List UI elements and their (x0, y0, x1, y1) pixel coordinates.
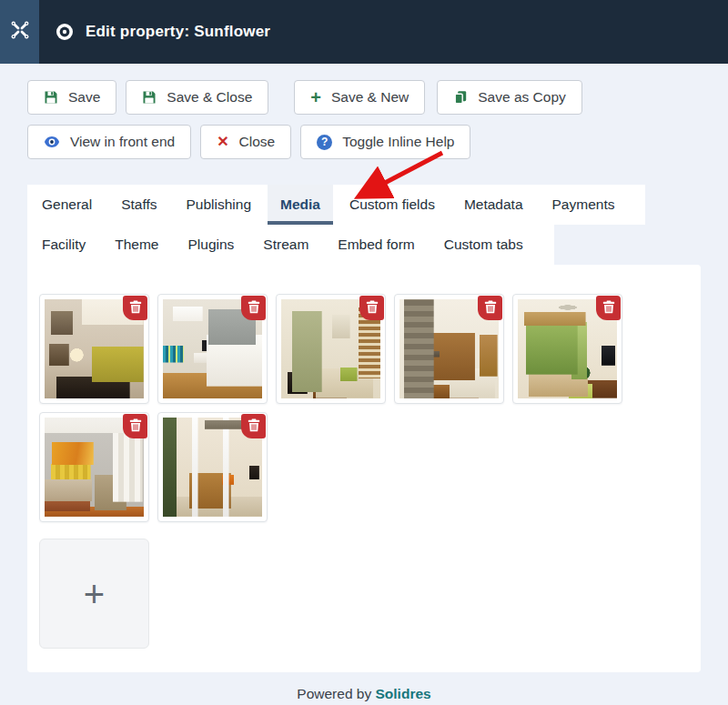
delete-image-button[interactable] (596, 296, 621, 320)
eye-icon (44, 136, 60, 148)
close-button[interactable]: ✕ Close (200, 125, 291, 159)
save-as-copy-button[interactable]: Save as Copy (437, 80, 582, 115)
media-thumbnail-photo-7[interactable] (157, 412, 268, 522)
plus-icon: + (310, 88, 321, 106)
save-button[interactable]: Save (27, 80, 116, 115)
media-thumbnail-photo-3[interactable] (276, 294, 386, 404)
trash-icon (248, 418, 260, 435)
plus-icon: + (84, 576, 105, 612)
trash-icon (484, 300, 497, 317)
floppy-save-icon (142, 90, 157, 105)
view-front-end-button[interactable]: View in front end (27, 125, 191, 159)
toggle-inline-help-button-label: Toggle Inline Help (342, 134, 454, 150)
save-close-button[interactable]: Save & Close (126, 80, 268, 115)
toolbar: Save Save & Close + Save & New (0, 64, 728, 159)
powered-by-text: Powered by (297, 686, 371, 701)
tab-theme[interactable]: Theme (102, 225, 171, 265)
delete-image-button[interactable] (241, 414, 266, 438)
tab-embed-form[interactable]: Embed form (325, 225, 427, 265)
tabs-zone: GeneralStaffsPublishingMediaCustom field… (27, 185, 701, 265)
tab-facility[interactable]: Facility (29, 225, 98, 265)
tab-publishing[interactable]: Publishing (174, 185, 265, 225)
tab-row-2: FacilityThemePluginsStreamEmbed formCust… (27, 225, 554, 265)
close-x-icon: ✕ (217, 135, 228, 149)
save-new-button[interactable]: + Save & New (294, 80, 425, 115)
delete-image-button[interactable] (478, 296, 502, 320)
question-circle-icon: ? (317, 135, 332, 150)
media-thumbnail-photo-4[interactable] (394, 294, 504, 404)
trash-icon (129, 300, 142, 317)
media-thumbnail-photo-1[interactable] (39, 294, 149, 404)
tab-payments[interactable]: Payments (540, 185, 628, 225)
save-close-button-label: Save & Close (167, 89, 252, 106)
save-button-label: Save (68, 89, 100, 106)
tab-custom-fields[interactable]: Custom fields (337, 185, 448, 225)
page-title: Edit property: Sunflower (86, 23, 270, 41)
save-new-button-label: Save & New (331, 89, 409, 106)
floppy-save-icon (44, 90, 58, 105)
media-thumbnail-photo-2[interactable] (157, 294, 268, 404)
view-front-end-button-label: View in front end (70, 134, 175, 150)
joomla-logo-icon (9, 19, 31, 45)
admin-header: Edit property: Sunflower (0, 0, 728, 64)
delete-image-button[interactable] (241, 296, 266, 320)
media-thumbnail-photo-6[interactable] (39, 412, 149, 522)
toggle-inline-help-button[interactable]: ? Toggle Inline Help (300, 125, 470, 159)
tab-row-1: GeneralStaffsPublishingMediaCustom field… (27, 185, 645, 225)
solidres-link[interactable]: Solidres (376, 686, 431, 701)
trash-icon (366, 300, 379, 317)
copy-icon (453, 90, 468, 105)
tab-staffs[interactable]: Staffs (108, 185, 169, 225)
tab-metadata[interactable]: Metadata (451, 185, 536, 225)
trash-icon (129, 418, 142, 435)
joomla-logo-box[interactable] (0, 0, 39, 64)
trash-icon (248, 300, 260, 317)
tab-general[interactable]: General (29, 185, 105, 225)
delete-image-button[interactable] (359, 296, 384, 320)
tab-media[interactable]: Media (268, 185, 333, 225)
delete-image-button[interactable] (123, 296, 147, 320)
trash-icon (602, 300, 615, 317)
delete-image-button[interactable] (123, 414, 147, 438)
tab-custom-tabs[interactable]: Custom tabs (431, 225, 536, 265)
footer: Powered by Solidres (0, 686, 728, 702)
media-tab-panel: + (27, 265, 701, 672)
media-thumbnail-photo-5[interactable] (512, 294, 622, 404)
record-icon (56, 23, 74, 41)
tab-plugins[interactable]: Plugins (175, 225, 247, 265)
save-as-copy-button-label: Save as Copy (478, 89, 566, 106)
media-grid: + (39, 294, 689, 649)
close-button-label: Close (239, 134, 276, 150)
add-image-tile[interactable]: + (39, 539, 149, 649)
tab-stream[interactable]: Stream (250, 225, 321, 265)
